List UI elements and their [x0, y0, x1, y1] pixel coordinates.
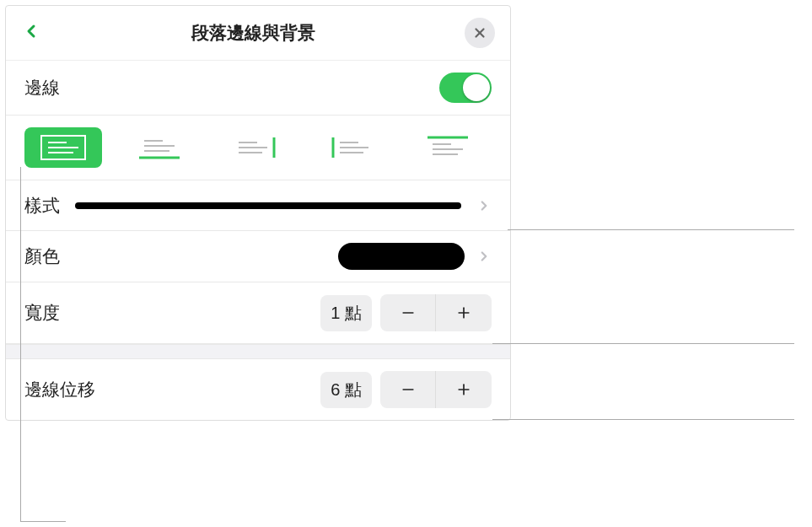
plus-icon [455, 304, 472, 321]
offset-stepper [380, 371, 492, 408]
side-tab-left[interactable] [313, 127, 390, 168]
side-tab-bottom[interactable] [121, 127, 198, 168]
color-swatch [338, 243, 465, 270]
callout-line [20, 167, 21, 521]
close-icon [472, 25, 487, 40]
border-label: 邊線 [24, 76, 60, 99]
offset-row: 邊線位移 6 點 [6, 359, 510, 420]
minus-icon [400, 304, 417, 321]
panel-content: 邊線 [6, 61, 510, 420]
callout-line [508, 229, 794, 230]
callout-line [20, 521, 66, 522]
left-side-icon [328, 134, 375, 161]
width-label: 寬度 [24, 301, 60, 325]
plus-icon [455, 381, 472, 398]
panel-header: 段落邊線與背景 [6, 6, 510, 61]
width-decrease-button[interactable] [380, 294, 436, 331]
color-row[interactable]: 顏色 [6, 231, 510, 282]
right-side-icon [232, 134, 279, 161]
back-icon[interactable] [21, 21, 41, 45]
offset-decrease-button[interactable] [380, 371, 436, 408]
all-sides-icon [40, 134, 87, 161]
style-row[interactable]: 樣式 [6, 180, 510, 231]
offset-label: 邊線位移 [24, 378, 95, 401]
minus-icon [400, 381, 417, 398]
border-toggle[interactable] [439, 73, 492, 103]
bottom-side-icon [136, 134, 183, 161]
chevron-right-icon [476, 249, 492, 264]
border-background-panel: 段落邊線與背景 邊線 [5, 5, 511, 421]
close-button[interactable] [465, 18, 495, 48]
width-stepper [380, 294, 492, 331]
width-value: 1 點 [320, 295, 372, 331]
section-gap [6, 344, 510, 359]
chevron-right-icon [476, 198, 492, 213]
color-label: 顏色 [24, 245, 60, 268]
side-tabs [6, 116, 510, 180]
callout-line [492, 419, 794, 420]
side-tab-all[interactable] [24, 127, 102, 168]
side-tab-right[interactable] [217, 127, 294, 168]
width-increase-button[interactable] [436, 294, 492, 331]
side-tab-top[interactable] [409, 127, 487, 168]
offset-value: 6 點 [320, 372, 372, 408]
border-toggle-row: 邊線 [6, 61, 510, 116]
style-preview-line [75, 202, 461, 209]
offset-increase-button[interactable] [436, 371, 492, 408]
top-side-icon [424, 134, 471, 161]
panel-title: 段落邊線與背景 [41, 21, 465, 45]
style-label: 樣式 [24, 194, 60, 218]
width-row: 寬度 1 點 [6, 282, 510, 344]
callout-line [492, 343, 794, 344]
